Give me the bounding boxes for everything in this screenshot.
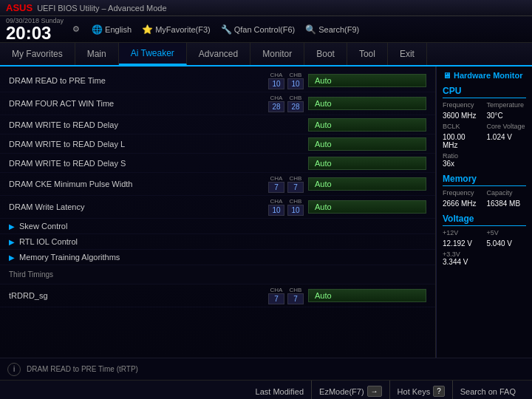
footer-last-modified: Last Modified — [248, 381, 312, 399]
search-button[interactable]: 🔍 Search(F9) — [305, 24, 359, 35]
memory-training-expand[interactable]: ▶ Memory Training Algorithms — [0, 250, 435, 265]
setting-dram-cke: DRAM CKE Minimum Pulse Width CHA 7 CHB 7… — [0, 173, 435, 196]
chb-val: 10 — [287, 78, 304, 89]
cha-chb-group: CHA 28 CHB 28 — [268, 95, 304, 112]
tab-advanced[interactable]: Advanced — [187, 43, 250, 65]
chb-val: 28 — [287, 101, 304, 112]
expand-label: Skew Control — [19, 222, 67, 231]
skew-control-expand[interactable]: ▶ Skew Control — [0, 219, 435, 234]
chb-box: CHB 7 — [287, 287, 304, 304]
tab-exit[interactable]: Exit — [388, 43, 427, 65]
language-label: English — [105, 25, 132, 34]
search-label: Search(F9) — [318, 25, 359, 34]
setting-label: DRAM WRITE to READ Delay — [9, 120, 308, 129]
setting-value[interactable]: Auto — [308, 157, 426, 170]
myfavorite-label: MyFavorite(F3) — [155, 25, 211, 34]
setting-value[interactable]: Auto — [308, 118, 426, 132]
chb-val: 7 — [287, 293, 304, 304]
footer-ezmode[interactable]: EzMode(F7) → — [312, 381, 390, 399]
voltage-grid: +12V +5V 12.192 V 5.040 V — [443, 229, 526, 248]
setting-value[interactable]: Auto — [308, 200, 426, 214]
cpu-temp-key: Temperature — [487, 101, 527, 109]
cha-label: CHA — [270, 175, 283, 182]
setting-dram-write-read-l: DRAM WRITE to READ Delay L Auto — [0, 134, 435, 154]
memory-section-title: Memory — [443, 174, 526, 186]
nav-bar: My Favorites Main Ai Tweaker Advanced Mo… — [0, 43, 532, 66]
footer-faq-label: Search on FAQ — [460, 387, 516, 396]
tab-monitor[interactable]: Monitor — [250, 43, 304, 65]
rtl-iol-expand[interactable]: ▶ RTL IOL Control — [0, 234, 435, 250]
setting-dram-write-read: DRAM WRITE to READ Delay Auto — [0, 115, 435, 134]
chb-box: CHB 7 — [287, 175, 304, 193]
footer: Last Modified EzMode(F7) → Hot Keys ? Se… — [0, 380, 532, 399]
top-bar: ASUS UEFI BIOS Utility – Advanced Mode — [0, 0, 532, 16]
core-volt-key: Core Voltage — [487, 123, 527, 130]
cha-label: CHA — [270, 287, 283, 293]
cpu-freq-val: 3600 MHz — [443, 112, 482, 120]
cha-label: CHA — [270, 95, 283, 101]
cha-label: CHA — [270, 72, 283, 78]
tab-boot[interactable]: Boot — [304, 43, 347, 65]
main-area: DRAM READ to PRE Time CHA 10 CHB 10 Auto… — [0, 66, 532, 358]
chb-label: CHB — [290, 175, 302, 182]
section-header-label: Third Timings — [9, 270, 426, 279]
cpu-freq-key: Frequency — [443, 101, 482, 109]
cpu-grid: Frequency Temperature 3600 MHz 30°C — [443, 101, 526, 120]
setting-label: tRDRD_sg — [9, 291, 268, 300]
info-text: DRAM READ to PRE Time (tRTP) — [27, 365, 138, 373]
hw-monitor-title: 🖥 Hardware Monitor — [443, 71, 526, 80]
tab-tool[interactable]: Tool — [347, 43, 388, 65]
setting-label: DRAM WRITE to READ Delay S — [9, 159, 308, 168]
memory-grid: Frequency Capacity 2666 MHz 16384 MB — [443, 189, 526, 208]
info-icon: i — [7, 363, 21, 376]
chb-box: CHB 10 — [287, 198, 304, 216]
chb-label: CHB — [290, 198, 302, 205]
chevron-right-icon: ▶ — [9, 222, 15, 231]
cha-label: CHA — [270, 198, 283, 205]
chb-label: CHB — [290, 95, 302, 101]
v33-key: +3.3V — [443, 250, 526, 258]
cha-chb-group: CHA 10 CHB 10 — [268, 198, 304, 216]
cha-box: CHA 10 — [268, 198, 284, 216]
clock-bar: 09/30/2018 Sunday 20:03 ⚙ 🌐 English ⭐ My… — [0, 16, 532, 43]
datetime: 09/30/2018 Sunday 20:03 — [6, 17, 64, 42]
setting-label: DRAM WRITE to READ Delay L — [9, 140, 308, 149]
tab-ai-tweaker[interactable]: Ai Tweaker — [119, 43, 187, 65]
hardware-monitor: 🖥 Hardware Monitor CPU Frequency Tempera… — [436, 66, 532, 358]
gear-icon[interactable]: ⚙ — [72, 24, 80, 34]
ratio-single: Ratio 36x — [443, 152, 526, 168]
chevron-right-icon: ▶ — [9, 238, 15, 246]
setting-value[interactable]: Auto — [308, 137, 426, 151]
language-icon: 🌐 — [92, 24, 103, 35]
v5-val: 5.040 V — [487, 239, 527, 248]
clock-time: 20:03 — [6, 24, 64, 42]
footer-ezmode-key: → — [367, 386, 382, 397]
setting-label: DRAM Write Latency — [9, 202, 268, 211]
setting-value[interactable]: Auto — [308, 177, 426, 191]
mem-freq-val: 2666 MHz — [443, 200, 482, 208]
footer-hotkeys[interactable]: Hot Keys ? — [390, 381, 453, 399]
language-selector[interactable]: 🌐 English — [92, 24, 132, 35]
setting-value[interactable]: Auto — [308, 74, 426, 87]
setting-value[interactable]: Auto — [308, 97, 426, 110]
tab-main[interactable]: Main — [75, 43, 119, 65]
tab-my-favorites[interactable]: My Favorites — [0, 43, 75, 65]
cha-val: 28 — [268, 101, 284, 112]
footer-faq[interactable]: Search on FAQ — [453, 381, 523, 399]
mem-freq-key: Frequency — [443, 189, 482, 197]
cha-val: 7 — [268, 293, 284, 304]
footer-hotkeys-label: Hot Keys — [398, 387, 431, 396]
voltage-section-title: Voltage — [443, 214, 526, 226]
info-bar: i DRAM READ to PRE Time (tRTP) — [0, 358, 532, 380]
setting-value[interactable]: Auto — [308, 289, 426, 302]
hw-monitor-label: Hardware Monitor — [454, 71, 523, 80]
myfavorite-button[interactable]: ⭐ MyFavorite(F3) — [142, 24, 211, 35]
qfan-button[interactable]: 🔧 Qfan Control(F6) — [221, 24, 296, 35]
setting-label: DRAM CKE Minimum Pulse Width — [9, 180, 268, 188]
cpu-section-title: CPU — [443, 86, 526, 98]
chb-box: CHB 28 — [287, 95, 304, 112]
search-icon: 🔍 — [305, 24, 316, 35]
v33-val: 3.344 V — [443, 258, 526, 266]
ratio-key: Ratio — [443, 152, 526, 160]
qfan-label: Qfan Control(F6) — [234, 25, 296, 34]
